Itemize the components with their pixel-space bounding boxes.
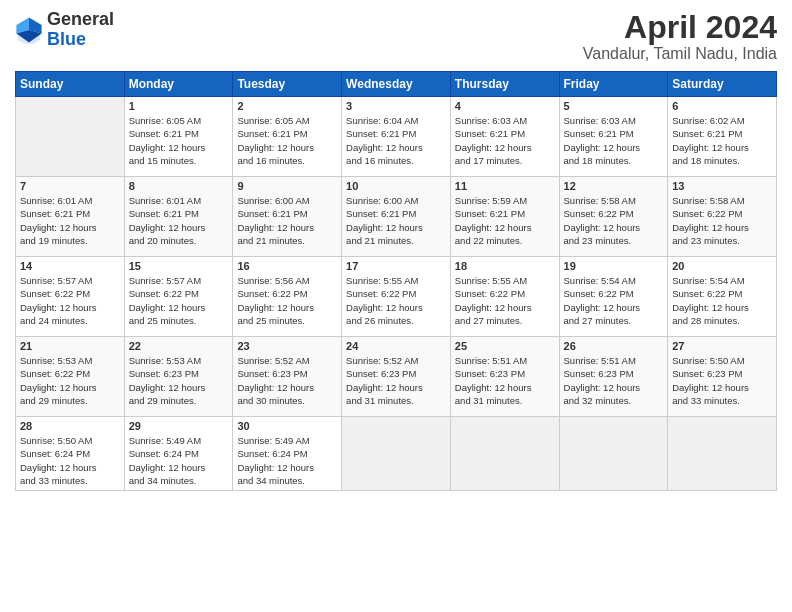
day-info: Sunrise: 5:55 AM Sunset: 6:22 PM Dayligh… bbox=[346, 274, 446, 327]
day-cell: 23Sunrise: 5:52 AM Sunset: 6:23 PM Dayli… bbox=[233, 337, 342, 417]
day-number: 28 bbox=[20, 420, 120, 432]
day-number: 25 bbox=[455, 340, 555, 352]
day-number: 22 bbox=[129, 340, 229, 352]
day-number: 9 bbox=[237, 180, 337, 192]
col-wednesday: Wednesday bbox=[342, 72, 451, 97]
week-row-5: 28Sunrise: 5:50 AM Sunset: 6:24 PM Dayli… bbox=[16, 417, 777, 491]
header: General Blue April 2024 Vandalur, Tamil … bbox=[15, 10, 777, 63]
day-cell: 29Sunrise: 5:49 AM Sunset: 6:24 PM Dayli… bbox=[124, 417, 233, 491]
logo: General Blue bbox=[15, 10, 114, 50]
day-cell: 14Sunrise: 5:57 AM Sunset: 6:22 PM Dayli… bbox=[16, 257, 125, 337]
day-info: Sunrise: 6:03 AM Sunset: 6:21 PM Dayligh… bbox=[455, 114, 555, 167]
day-number: 8 bbox=[129, 180, 229, 192]
day-cell: 9Sunrise: 6:00 AM Sunset: 6:21 PM Daylig… bbox=[233, 177, 342, 257]
day-number: 27 bbox=[672, 340, 772, 352]
day-number: 6 bbox=[672, 100, 772, 112]
day-info: Sunrise: 5:49 AM Sunset: 6:24 PM Dayligh… bbox=[129, 434, 229, 487]
day-number: 20 bbox=[672, 260, 772, 272]
week-row-3: 14Sunrise: 5:57 AM Sunset: 6:22 PM Dayli… bbox=[16, 257, 777, 337]
page: General Blue April 2024 Vandalur, Tamil … bbox=[0, 0, 792, 612]
day-info: Sunrise: 6:04 AM Sunset: 6:21 PM Dayligh… bbox=[346, 114, 446, 167]
day-info: Sunrise: 6:00 AM Sunset: 6:21 PM Dayligh… bbox=[237, 194, 337, 247]
day-cell: 7Sunrise: 6:01 AM Sunset: 6:21 PM Daylig… bbox=[16, 177, 125, 257]
day-info: Sunrise: 5:53 AM Sunset: 6:22 PM Dayligh… bbox=[20, 354, 120, 407]
day-info: Sunrise: 5:50 AM Sunset: 6:23 PM Dayligh… bbox=[672, 354, 772, 407]
day-number: 24 bbox=[346, 340, 446, 352]
col-tuesday: Tuesday bbox=[233, 72, 342, 97]
logo-text: General Blue bbox=[47, 10, 114, 50]
day-cell: 27Sunrise: 5:50 AM Sunset: 6:23 PM Dayli… bbox=[668, 337, 777, 417]
day-cell: 30Sunrise: 5:49 AM Sunset: 6:24 PM Dayli… bbox=[233, 417, 342, 491]
day-number: 4 bbox=[455, 100, 555, 112]
day-info: Sunrise: 5:57 AM Sunset: 6:22 PM Dayligh… bbox=[129, 274, 229, 327]
day-info: Sunrise: 5:49 AM Sunset: 6:24 PM Dayligh… bbox=[237, 434, 337, 487]
day-cell bbox=[450, 417, 559, 491]
day-cell: 6Sunrise: 6:02 AM Sunset: 6:21 PM Daylig… bbox=[668, 97, 777, 177]
day-cell bbox=[342, 417, 451, 491]
day-cell bbox=[668, 417, 777, 491]
day-info: Sunrise: 5:59 AM Sunset: 6:21 PM Dayligh… bbox=[455, 194, 555, 247]
col-monday: Monday bbox=[124, 72, 233, 97]
day-cell: 16Sunrise: 5:56 AM Sunset: 6:22 PM Dayli… bbox=[233, 257, 342, 337]
day-info: Sunrise: 5:50 AM Sunset: 6:24 PM Dayligh… bbox=[20, 434, 120, 487]
logo-icon bbox=[15, 16, 43, 44]
header-row: Sunday Monday Tuesday Wednesday Thursday… bbox=[16, 72, 777, 97]
day-number: 23 bbox=[237, 340, 337, 352]
day-cell: 26Sunrise: 5:51 AM Sunset: 6:23 PM Dayli… bbox=[559, 337, 668, 417]
col-friday: Friday bbox=[559, 72, 668, 97]
day-cell bbox=[559, 417, 668, 491]
day-cell: 1Sunrise: 6:05 AM Sunset: 6:21 PM Daylig… bbox=[124, 97, 233, 177]
day-info: Sunrise: 6:00 AM Sunset: 6:21 PM Dayligh… bbox=[346, 194, 446, 247]
day-info: Sunrise: 5:52 AM Sunset: 6:23 PM Dayligh… bbox=[346, 354, 446, 407]
day-number: 2 bbox=[237, 100, 337, 112]
day-number: 7 bbox=[20, 180, 120, 192]
subtitle: Vandalur, Tamil Nadu, India bbox=[583, 45, 777, 63]
day-cell: 21Sunrise: 5:53 AM Sunset: 6:22 PM Dayli… bbox=[16, 337, 125, 417]
day-info: Sunrise: 5:54 AM Sunset: 6:22 PM Dayligh… bbox=[672, 274, 772, 327]
day-info: Sunrise: 5:55 AM Sunset: 6:22 PM Dayligh… bbox=[455, 274, 555, 327]
day-cell: 10Sunrise: 6:00 AM Sunset: 6:21 PM Dayli… bbox=[342, 177, 451, 257]
day-cell: 11Sunrise: 5:59 AM Sunset: 6:21 PM Dayli… bbox=[450, 177, 559, 257]
day-number: 10 bbox=[346, 180, 446, 192]
day-number: 1 bbox=[129, 100, 229, 112]
calendar-body: 1Sunrise: 6:05 AM Sunset: 6:21 PM Daylig… bbox=[16, 97, 777, 491]
day-cell: 2Sunrise: 6:05 AM Sunset: 6:21 PM Daylig… bbox=[233, 97, 342, 177]
day-cell: 15Sunrise: 5:57 AM Sunset: 6:22 PM Dayli… bbox=[124, 257, 233, 337]
day-number: 14 bbox=[20, 260, 120, 272]
day-number: 12 bbox=[564, 180, 664, 192]
title-block: April 2024 Vandalur, Tamil Nadu, India bbox=[583, 10, 777, 63]
calendar-table: Sunday Monday Tuesday Wednesday Thursday… bbox=[15, 71, 777, 491]
day-number: 30 bbox=[237, 420, 337, 432]
day-cell: 4Sunrise: 6:03 AM Sunset: 6:21 PM Daylig… bbox=[450, 97, 559, 177]
day-number: 17 bbox=[346, 260, 446, 272]
day-info: Sunrise: 5:54 AM Sunset: 6:22 PM Dayligh… bbox=[564, 274, 664, 327]
day-cell: 8Sunrise: 6:01 AM Sunset: 6:21 PM Daylig… bbox=[124, 177, 233, 257]
day-info: Sunrise: 6:01 AM Sunset: 6:21 PM Dayligh… bbox=[129, 194, 229, 247]
day-info: Sunrise: 6:03 AM Sunset: 6:21 PM Dayligh… bbox=[564, 114, 664, 167]
day-number: 29 bbox=[129, 420, 229, 432]
day-cell: 17Sunrise: 5:55 AM Sunset: 6:22 PM Dayli… bbox=[342, 257, 451, 337]
day-cell: 12Sunrise: 5:58 AM Sunset: 6:22 PM Dayli… bbox=[559, 177, 668, 257]
day-number: 11 bbox=[455, 180, 555, 192]
day-info: Sunrise: 5:53 AM Sunset: 6:23 PM Dayligh… bbox=[129, 354, 229, 407]
day-info: Sunrise: 5:51 AM Sunset: 6:23 PM Dayligh… bbox=[564, 354, 664, 407]
col-sunday: Sunday bbox=[16, 72, 125, 97]
day-number: 5 bbox=[564, 100, 664, 112]
day-cell: 5Sunrise: 6:03 AM Sunset: 6:21 PM Daylig… bbox=[559, 97, 668, 177]
day-number: 26 bbox=[564, 340, 664, 352]
col-saturday: Saturday bbox=[668, 72, 777, 97]
day-number: 19 bbox=[564, 260, 664, 272]
day-cell: 3Sunrise: 6:04 AM Sunset: 6:21 PM Daylig… bbox=[342, 97, 451, 177]
col-thursday: Thursday bbox=[450, 72, 559, 97]
day-cell: 24Sunrise: 5:52 AM Sunset: 6:23 PM Dayli… bbox=[342, 337, 451, 417]
week-row-1: 1Sunrise: 6:05 AM Sunset: 6:21 PM Daylig… bbox=[16, 97, 777, 177]
day-cell: 25Sunrise: 5:51 AM Sunset: 6:23 PM Dayli… bbox=[450, 337, 559, 417]
day-info: Sunrise: 5:58 AM Sunset: 6:22 PM Dayligh… bbox=[564, 194, 664, 247]
day-number: 13 bbox=[672, 180, 772, 192]
day-number: 16 bbox=[237, 260, 337, 272]
day-cell: 18Sunrise: 5:55 AM Sunset: 6:22 PM Dayli… bbox=[450, 257, 559, 337]
day-cell: 22Sunrise: 5:53 AM Sunset: 6:23 PM Dayli… bbox=[124, 337, 233, 417]
day-info: Sunrise: 6:01 AM Sunset: 6:21 PM Dayligh… bbox=[20, 194, 120, 247]
day-number: 18 bbox=[455, 260, 555, 272]
day-cell: 19Sunrise: 5:54 AM Sunset: 6:22 PM Dayli… bbox=[559, 257, 668, 337]
